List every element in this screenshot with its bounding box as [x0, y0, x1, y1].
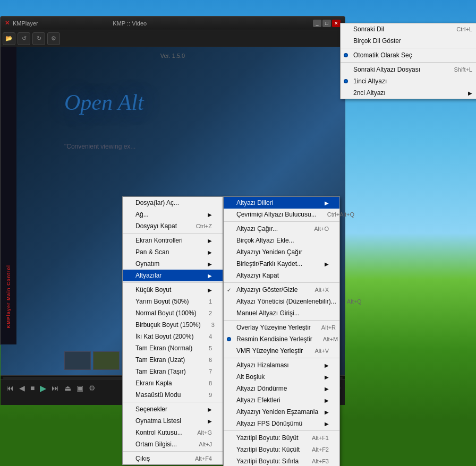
- dil-item-first[interactable]: 1inci Altyazı: [341, 75, 476, 87]
- minimize-button[interactable]: _: [313, 20, 321, 27]
- window-title: KMPlayer: [13, 20, 113, 27]
- sub-item-align[interactable]: Altyazı Hizalaması▶: [224, 359, 339, 371]
- quote-text: "Convenient viewing ex...: [64, 143, 135, 150]
- close-button[interactable]: ✕: [332, 20, 341, 27]
- sub-sep-2: [224, 282, 339, 283]
- play-btn[interactable]: ▶: [38, 383, 48, 393]
- sub-item-show-hide[interactable]: ✓Altyazıyı Göster/GizleAlt+X: [224, 284, 339, 296]
- menu-item-open[interactable]: Dosya(lar) Aç...: [123, 197, 223, 209]
- sub-item-reload[interactable]: Altyazıyı Yeniden Çağır: [224, 246, 339, 258]
- eject-btn[interactable]: ⏏: [63, 384, 73, 392]
- menu-item-screen-ctrl[interactable]: Ekran Kontrolleri▶: [123, 235, 223, 246]
- menu-item-options[interactable]: Seçenekler▶: [123, 403, 223, 415]
- dil-item-show-multi[interactable]: Birçok Dil Göster: [341, 35, 476, 47]
- sub-item-font-bigger[interactable]: Yazıtipi Boyutu: BüyütAlt+F1: [224, 432, 339, 444]
- toolbar-btn-2[interactable]: ↺: [18, 32, 30, 45]
- menu-item-small[interactable]: Küçük Boyut▶: [123, 284, 223, 296]
- separator-2: [123, 282, 223, 283]
- menu-item-media-info[interactable]: Ortam Bilgisi...Alt+J: [123, 438, 223, 450]
- main-context-menu: Dosya(lar) Aç... Ağ...▶ Dosyayı KapatCtr…: [122, 196, 223, 465]
- playlist-btn[interactable]: ▣: [75, 384, 85, 392]
- separator-3: [123, 402, 223, 402]
- menu-item-desktop-mode[interactable]: Masaüstü Modu9: [123, 389, 223, 401]
- menu-item-playback[interactable]: Oynatım▶: [123, 258, 223, 270]
- sub-item-resync[interactable]: Altyazıyı Yeniden Eşzamanla▶: [224, 406, 339, 418]
- menu-item-half[interactable]: Yarım Boyut (50%)1: [123, 296, 223, 307]
- menu-item-playlist[interactable]: Oynatma Listesi▶: [123, 415, 223, 427]
- sub-item-effects[interactable]: Altyazı Efektleri▶: [224, 394, 339, 406]
- sub-item-overlay[interactable]: Overlay Yüzeyine YerleştirAlt+R: [224, 322, 339, 333]
- sub-item-dilleri[interactable]: Altyazı Dilleri▶: [224, 197, 339, 209]
- open-alt-text: Open Alt: [64, 90, 144, 115]
- window-titlebar: ✕ KMPlayer KMP :: Video _ □ ✕: [1, 16, 345, 30]
- dot-first: [344, 79, 348, 83]
- menu-item-pan-scan[interactable]: Pan & Scan▶: [123, 246, 223, 258]
- separator-4: [123, 451, 223, 452]
- dot-onimage: [227, 337, 231, 341]
- menu-item-control-box[interactable]: Kontrol Kutusu...Alt+G: [123, 427, 223, 438]
- sub-sep-4: [224, 358, 339, 358]
- sub-item-vmr[interactable]: VMR Yüzeyine YerleştirAlt+V: [224, 345, 339, 357]
- window-full-title: KMP :: Video: [113, 20, 313, 27]
- rewind-btn[interactable]: ◀: [18, 384, 27, 392]
- sub-item-online[interactable]: Çevrimiçi Altyazı Bulucusu...Ctrl+Alt+Q: [224, 209, 339, 220]
- altyazi-submenu: Altyazı Dilleri▶ Çevrimiçi Altyazı Buluc…: [223, 196, 340, 466]
- window-icon: ✕: [5, 20, 10, 27]
- menu-item-close-file[interactable]: Dosyayı KapatCtrl+Z: [123, 220, 223, 232]
- sidebar-label: KMPlayer Main Control: [6, 265, 11, 329]
- player-toolbar: 📂 ↺ ↻ ⚙: [1, 30, 345, 47]
- menu-item-150[interactable]: Birbuçuk Boyut (150%)3: [123, 319, 223, 331]
- sub-item-manual[interactable]: Manuel Altyazı Girişi...: [224, 307, 339, 319]
- sub-item-close[interactable]: Altyazıyı Kapat: [224, 270, 339, 281]
- menu-item-cover[interactable]: Ekranı Kapla8: [123, 377, 223, 389]
- dil-item-auto[interactable]: Otomatik Olarak Seç: [341, 49, 476, 61]
- menu-item-normal[interactable]: Normal Boyut (100%)2: [123, 307, 223, 319]
- menu-item-network[interactable]: Ağ...▶: [123, 209, 223, 220]
- toolbar-btn-3[interactable]: ↻: [32, 32, 45, 45]
- menu-item-fullscreen-crop[interactable]: Tam Ekran (Taşır)7: [123, 366, 223, 377]
- dil-sep-1: [341, 48, 476, 48]
- sub-item-font-smaller[interactable]: Yazıtipi Boyutu: KüçültAlt+F2: [224, 444, 339, 455]
- sub-item-add-multi[interactable]: Birçok Altyazı Ekle...: [224, 235, 339, 246]
- prev-btn[interactable]: ⏮: [5, 384, 15, 392]
- toolbar-btn-4[interactable]: ⚙: [47, 32, 60, 45]
- separator-1: [123, 233, 223, 234]
- check-show-hide: ✓: [227, 287, 231, 293]
- stop-btn[interactable]: ■: [29, 384, 36, 392]
- menu-item-fullscreen-stretch[interactable]: Tam Ekran (Uzat)6: [123, 354, 223, 366]
- sub-item-load[interactable]: Altyazı Çağır...Alt+O: [224, 223, 339, 235]
- menu-item-subtitles[interactable]: Altyazılar▶: [123, 270, 223, 281]
- sub-sep-1: [224, 221, 339, 222]
- sub-item-rotate[interactable]: Altyazı Döndürme▶: [224, 383, 339, 394]
- toolbar-open-btn[interactable]: 📂: [3, 32, 15, 45]
- dil-item-second[interactable]: 2nci Altyazı▶: [341, 87, 476, 99]
- sub-sep-3: [224, 320, 339, 321]
- sub-item-merge[interactable]: Birleştir/Farklı Kaydet...▶: [224, 258, 339, 270]
- sidebar: KMPlayer Main Control: [1, 47, 16, 344]
- dil-sep-2: [341, 62, 476, 63]
- sub-item-font-reset[interactable]: Yazıtipi Boyutu: SıfırlaAlt+F3: [224, 455, 339, 466]
- window-controls: _ □ ✕: [313, 20, 341, 27]
- settings-btn[interactable]: ⚙: [87, 384, 97, 392]
- next-btn[interactable]: ⏭: [50, 384, 61, 392]
- sub-item-manager[interactable]: Altyazı Yöneticisi (Düzenlenebilir)...Al…: [224, 296, 339, 307]
- sub-sep-5: [224, 430, 339, 431]
- dot-auto: [344, 53, 348, 57]
- maximize-button[interactable]: □: [322, 20, 331, 27]
- dil-item-next[interactable]: Sonraki DilCtrl+L: [341, 23, 476, 35]
- menu-item-exit[interactable]: ÇıkışAlt+F4: [123, 453, 223, 464]
- sub-item-bottom-space[interactable]: Alt Boşluk▶: [224, 371, 339, 383]
- dilleri-submenu: Sonraki DilCtrl+L Birçok Dil Göster Otom…: [340, 23, 476, 99]
- menu-item-fullscreen-normal[interactable]: Tam Ekran (Normal)5: [123, 342, 223, 354]
- version-text: Ver. 1.5.0: [160, 53, 185, 59]
- menu-item-200[interactable]: İki Kat Boyut (200%)4: [123, 331, 223, 342]
- dil-item-next-file[interactable]: Sonraki Altyazı DosyasıShift+L: [341, 64, 476, 75]
- sub-item-onimage[interactable]: Resmin Kendisine YerleştirAlt+M: [224, 333, 339, 345]
- sub-item-fps[interactable]: Altyazı FPS Dönüşümü▶: [224, 418, 339, 429]
